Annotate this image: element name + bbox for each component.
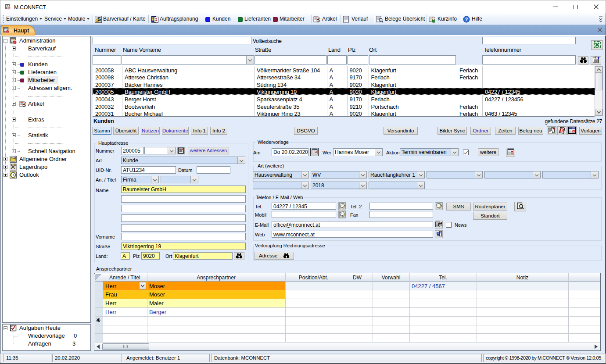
svg-text:C: C [7, 30, 8, 33]
svg-text:z: z [155, 17, 157, 21]
svg-text:C: C [8, 7, 10, 9]
svg-text:C: C [14, 41, 16, 44]
svg-text:S: S [97, 16, 101, 22]
svg-text:?: ? [465, 17, 468, 22]
svg-text:e: e [437, 231, 440, 237]
